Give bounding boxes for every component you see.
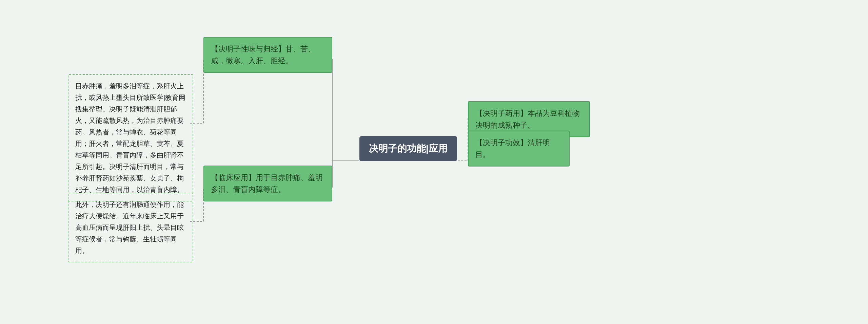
left-top-dashed-text: 目赤肿痛，羞明多泪等症，系肝火上扰，或风热上壅头目所致医学|教育网搜集整理。决明… [75, 82, 185, 193]
left-bottom-dashed-node: 此外，决明子还有润肠通便作用，能治疗大便燥结。近年来临床上又用于高血压病而呈现肝… [68, 193, 193, 262]
right-top-green-text: 【决明子药用】本品为豆科植物决明的成熟种子。 [475, 109, 580, 129]
center-node: 决明子的功能|应用 [359, 136, 457, 161]
top-green-node: 【决明子性味与归经】甘、苦、咸，微寒。入肝、胆经。 [203, 37, 332, 73]
right-bottom-green-text: 【决明子功效】清肝明目。 [475, 138, 550, 158]
right-bottom-green-node: 【决明子功效】清肝明目。 [468, 130, 570, 166]
left-top-dashed-node: 目赤肿痛，羞明多泪等症，系肝火上扰，或风热上壅头目所致医学|教育网搜集整理。决明… [68, 74, 193, 201]
bottom-green-text: 【临床应用】用于目赤肿痛、羞明多泪、青盲内障等症。 [211, 173, 323, 194]
bottom-green-node: 【临床应用】用于目赤肿痛、羞明多泪、青盲内障等症。 [203, 166, 332, 201]
mind-map: 决明子的功能|应用 【决明子性味与归经】甘、苦、咸，微寒。入肝、胆经。 【临床应… [61, 17, 807, 308]
left-bottom-dashed-text: 此外，决明子还有润肠通便作用，能治疗大便燥结。近年来临床上又用于高血压病而呈现肝… [75, 201, 184, 254]
top-green-text: 【决明子性味与归经】甘、苦、咸，微寒。入肝、胆经。 [211, 45, 315, 65]
